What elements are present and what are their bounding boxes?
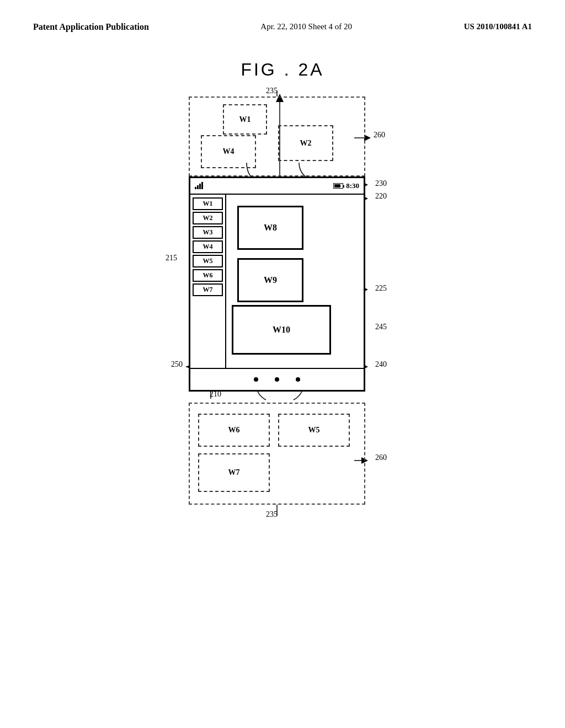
battery-time: 8:30	[333, 181, 359, 190]
bottom-w5-box: W5	[278, 414, 350, 447]
main-content-area: W8 W9 W10	[226, 195, 364, 368]
top-w1-box: W1	[223, 104, 267, 135]
label-210: 210	[210, 390, 221, 399]
label-235-bottom: 235	[266, 510, 278, 519]
bottom-w7-label: W7	[228, 468, 240, 477]
side-item-w3[interactable]: W3	[193, 226, 223, 239]
widget-w9: W9	[237, 258, 303, 302]
label-235-top: 235	[266, 87, 278, 95]
top-w2-label: W2	[300, 139, 312, 148]
label-230: 230	[375, 179, 387, 188]
bottom-w6-label: W6	[228, 426, 240, 435]
bottom-bar	[190, 368, 364, 390]
widget-w10: W10	[232, 305, 331, 355]
diagram: W1 W2 W4 235 260	[156, 91, 409, 698]
bottom-w6-box: W6	[198, 414, 270, 447]
label-260-bottom: 260	[375, 453, 387, 462]
header: Patent Application Publication Apr. 22, …	[0, 0, 565, 43]
side-item-w4[interactable]: W4	[193, 240, 223, 253]
side-item-w5[interactable]: W5	[193, 255, 223, 267]
side-item-w1[interactable]: W1	[193, 197, 223, 210]
top-w1-label: W1	[239, 115, 251, 124]
top-overflow-region: W1 W2 W4	[189, 97, 365, 176]
header-date-sheet: Apr. 22, 2010 Sheet 4 of 20	[260, 22, 352, 31]
signal-bars	[195, 180, 203, 189]
signal-icon	[195, 180, 203, 191]
header-publication-label: Patent Application Publication	[33, 22, 149, 32]
widget-w8-label: W8	[264, 223, 277, 233]
widget-w9-label: W9	[264, 275, 277, 285]
widget-w8: W8	[237, 206, 303, 250]
label-245: 245	[375, 323, 387, 331]
side-item-w6[interactable]: W6	[193, 269, 223, 282]
label-220: 220	[375, 192, 387, 201]
status-bar: 8:30	[190, 178, 364, 195]
label-250: 250	[171, 360, 183, 369]
label-215: 215	[166, 254, 177, 263]
top-w4-label: W4	[223, 147, 234, 156]
side-item-w7[interactable]: W7	[193, 283, 223, 296]
side-panel: W1 W2 W3 W4 W5 W6 W7	[190, 195, 226, 368]
dot-1	[254, 377, 258, 382]
time-display: 8:30	[346, 181, 359, 190]
side-item-w2[interactable]: W2	[193, 212, 223, 224]
bottom-w5-label: W5	[308, 426, 320, 435]
label-225: 225	[375, 284, 387, 293]
bottom-w7-box: W7	[198, 453, 270, 492]
phone-body: 8:30 W1 W2 W3 W4 W5 W6 W7 W8 W9 W10	[189, 176, 365, 392]
label-240: 240	[375, 360, 387, 369]
battery-icon	[333, 183, 343, 189]
top-w4-box: W4	[201, 135, 256, 168]
top-w2-box: W2	[278, 125, 333, 161]
dot-3	[296, 377, 300, 382]
dot-2	[275, 377, 279, 382]
label-260-top: 260	[374, 131, 385, 140]
bottom-overflow-region: W6 W5 W7	[189, 403, 365, 505]
widget-w10-label: W10	[273, 325, 290, 335]
header-patent-number: US 2010/100841 A1	[464, 22, 532, 31]
figure-title: FIG . 2A	[0, 60, 565, 80]
